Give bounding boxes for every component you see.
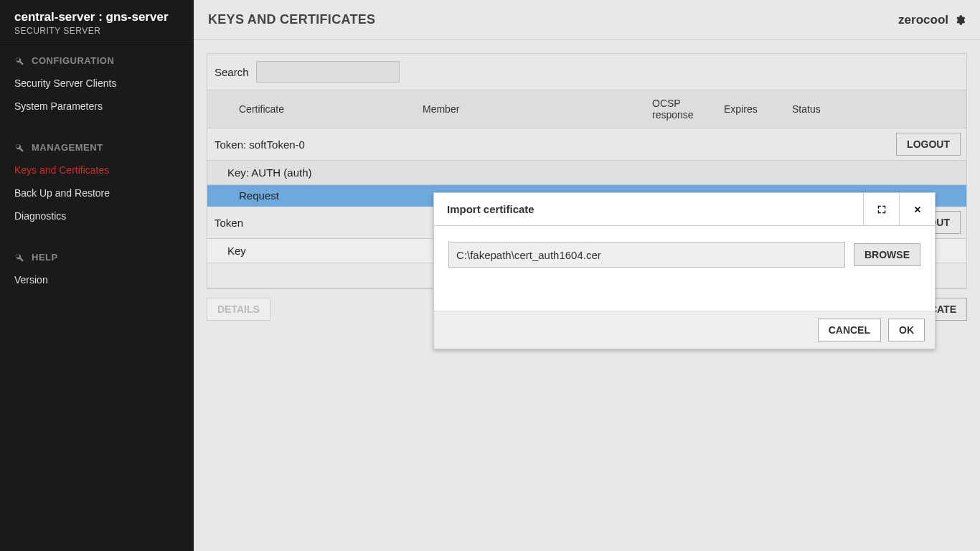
wrench-icon: [14, 253, 24, 263]
column-ocsp: OCSP response: [652, 98, 724, 121]
column-certificate: Certificate: [207, 103, 423, 115]
token-label: Token: [215, 217, 243, 229]
token-row[interactable]: Token: softToken-0 LOGOUT: [207, 128, 966, 161]
search-label: Search: [215, 66, 249, 78]
column-expires: Expires: [724, 103, 792, 115]
dialog-body: BROWSE: [434, 226, 935, 311]
browse-button[interactable]: BROWSE: [854, 243, 920, 266]
nav-section-label: HELP: [32, 252, 58, 263]
nav-section-label: MANAGEMENT: [32, 142, 103, 153]
sidebar: central-server : gns-server SECURITY SER…: [0, 0, 194, 551]
dialog-close-button[interactable]: [899, 193, 935, 225]
sidebar-item-back-up-and-restore[interactable]: Back Up and Restore: [0, 182, 194, 204]
nav-section-label: CONFIGURATION: [32, 55, 114, 66]
sidebar-item-diagnostics[interactable]: Diagnostics: [0, 204, 194, 227]
sidebar-item-security-server-clients[interactable]: Security Server Clients: [0, 72, 194, 95]
wrench-icon: [14, 56, 24, 66]
ok-button[interactable]: OK: [888, 319, 925, 342]
logout-button[interactable]: LOGOUT: [896, 133, 961, 156]
server-title: central-server : gns-server: [14, 10, 179, 24]
dialog-header: Import certificate: [434, 193, 935, 226]
sidebar-item-version[interactable]: Version: [0, 268, 194, 291]
user-menu[interactable]: zerocool: [898, 13, 966, 27]
dialog-title: Import certificate: [434, 193, 863, 225]
nav-section-management: MANAGEMENT: [0, 132, 194, 159]
maximize-icon: [877, 204, 887, 215]
cancel-button[interactable]: CANCEL: [818, 319, 881, 342]
details-button: DETAILS: [207, 298, 270, 321]
sidebar-item-keys-and-certificates[interactable]: Keys and Certificates: [0, 159, 194, 182]
close-icon: [913, 204, 923, 215]
search-input[interactable]: [256, 61, 400, 83]
nav-section-configuration: CONFIGURATION: [0, 45, 194, 72]
main: KEYS AND CERTIFICATES zerocool Search Ce…: [194, 0, 980, 551]
column-member: Member: [423, 103, 652, 115]
dialog-footer: CANCEL OK: [434, 311, 935, 349]
key-row[interactable]: Key: AUTH (auth): [207, 161, 966, 185]
token-label: Token: softToken-0: [215, 138, 305, 151]
wrench-icon: [14, 143, 24, 153]
server-subtitle: SECURITY SERVER: [14, 26, 179, 36]
file-path-input[interactable]: [448, 242, 845, 268]
sidebar-header: central-server : gns-server SECURITY SER…: [0, 0, 194, 45]
username: zerocool: [898, 13, 948, 27]
import-certificate-dialog: Import certificate BROWSE CANCEL OK: [433, 192, 936, 349]
search-row: Search: [207, 54, 966, 90]
page-title: KEYS AND CERTIFICATES: [208, 12, 375, 27]
sidebar-item-system-parameters[interactable]: System Parameters: [0, 95, 194, 118]
dialog-maximize-button[interactable]: [863, 193, 899, 225]
nav-section-help: HELP: [0, 242, 194, 268]
table-header: Certificate Member OCSP response Expires…: [207, 90, 966, 128]
gear-icon: [954, 14, 966, 26]
column-status: Status: [792, 103, 966, 115]
topbar: KEYS AND CERTIFICATES zerocool: [194, 0, 980, 40]
